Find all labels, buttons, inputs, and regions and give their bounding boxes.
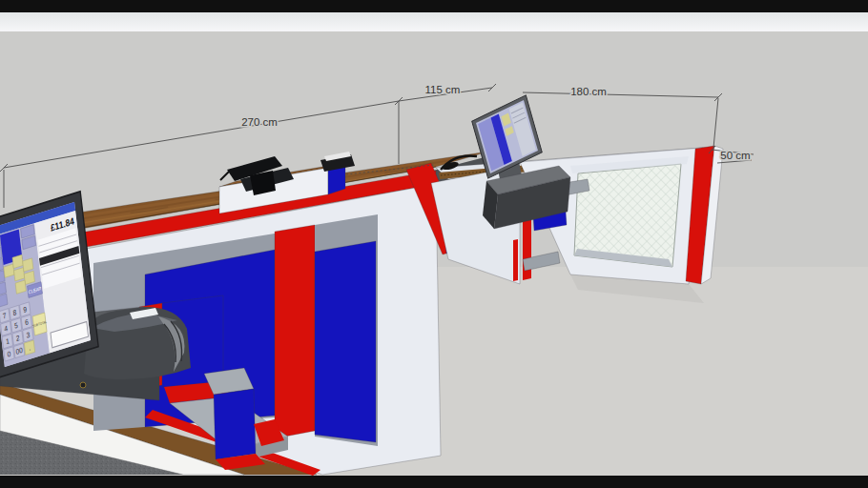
pos-monitor: £11.84 CLEAR (0, 192, 98, 377)
receipt-printer (84, 307, 191, 379)
shelf-back-blue-2 (315, 241, 376, 442)
dimension-label-115: 115 cm (425, 84, 461, 95)
step-blue-front (214, 389, 256, 459)
dimension-label-270: 270 cm (241, 116, 278, 128)
red-divider-1 (275, 225, 315, 438)
letterbox-top (0, 0, 868, 12)
drawer-keyhole (80, 382, 86, 388)
letterbox-bottom (0, 476, 868, 488)
model-viewport[interactable]: £11.84 CLEAR (0, 0, 868, 488)
dimension-label-50: 50 cm (720, 150, 750, 161)
right-counter (431, 146, 723, 284)
3d-scene-canvas[interactable]: £11.84 CLEAR (0, 0, 868, 488)
dimension-label-180: 180 cm (570, 86, 607, 97)
under-red-post-2 (513, 239, 518, 281)
sky-band (0, 12, 868, 33)
